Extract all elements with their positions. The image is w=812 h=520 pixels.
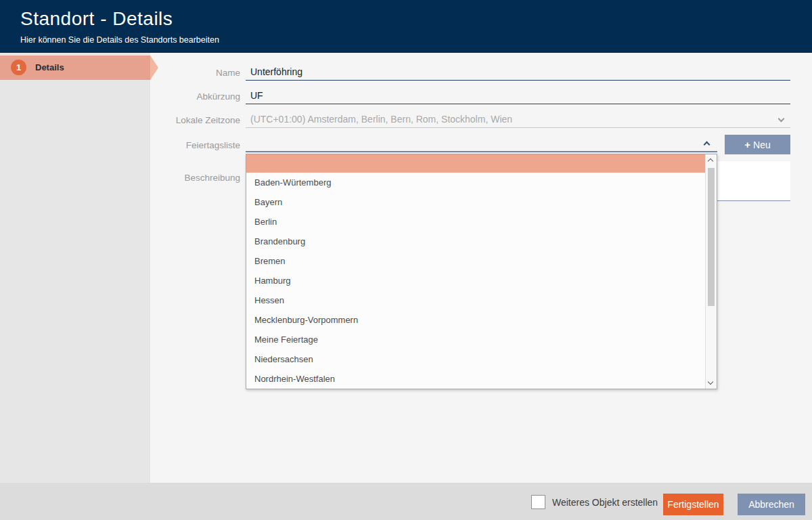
finish-button[interactable]: Fertigstellen: [663, 494, 723, 515]
dropdown-item[interactable]: Hamburg: [246, 271, 706, 290]
footer-bar: Weiteres Objekt erstellen Fertigstellen …: [0, 483, 812, 520]
dropdown-item[interactable]: Nordrhein-Westfalen: [246, 369, 706, 389]
dropdown-item-selected[interactable]: [246, 154, 706, 173]
plus-icon: +: [744, 139, 750, 150]
dropdown-item[interactable]: Bayern: [246, 192, 706, 212]
name-label: Name: [0, 68, 240, 78]
cancel-button[interactable]: Abbrechen: [738, 494, 805, 515]
timezone-label: Lokale Zeitzone: [0, 115, 240, 125]
abbreviation-input-value: UF: [246, 89, 790, 102]
scroll-up-icon[interactable]: [708, 158, 713, 164]
new-button-label: Neu: [753, 139, 771, 150]
dropdown-item[interactable]: Baden-Würtemberg: [246, 173, 706, 192]
dropdown-item[interactable]: Brandenburg: [246, 232, 706, 251]
holiday-list-combobox[interactable]: [246, 137, 717, 152]
dropdown-item[interactable]: Niedersachsen: [246, 349, 706, 369]
chevron-up-icon[interactable]: [704, 142, 710, 148]
create-another-checkbox[interactable]: [531, 495, 545, 509]
dropdown-item[interactable]: Bremen: [246, 251, 706, 271]
abbreviation-input[interactable]: UF: [246, 89, 790, 104]
dropdown-item[interactable]: Meine Feiertage: [246, 330, 706, 349]
dropdown-item[interactable]: Hessen: [246, 290, 706, 310]
scroll-down-icon[interactable]: [708, 379, 713, 385]
abbreviation-label: Abkürzung: [0, 91, 240, 102]
timezone-select-value: (UTC+01:00) Amsterdam, Berlin, Bern, Rom…: [246, 112, 790, 126]
name-input-value: Unterföhring: [246, 65, 790, 79]
dropdown-item[interactable]: Mecklenburg-Vorpommern: [246, 310, 706, 330]
dropdown-scrollbar[interactable]: [705, 154, 717, 389]
name-input[interactable]: Unterföhring: [246, 65, 790, 81]
page-header: Standort - Details Hier können Sie die D…: [0, 0, 812, 53]
timezone-select[interactable]: (UTC+01:00) Amsterdam, Berlin, Bern, Rom…: [246, 112, 790, 128]
new-holiday-list-button[interactable]: +Neu: [725, 135, 790, 154]
holiday-list-dropdown: Baden-WürtembergBayernBerlinBrandenburgB…: [246, 154, 717, 389]
page-title: Standort - Details: [20, 8, 173, 30]
create-another-label: Weiteres Objekt erstellen: [552, 497, 658, 508]
dropdown-item[interactable]: Berlin: [246, 212, 706, 232]
page-subtitle: Hier können Sie die Details des Standort…: [20, 35, 219, 45]
holiday-dropdown-list: Baden-WürtembergBayernBerlinBrandenburgB…: [246, 154, 706, 389]
description-label: Beschreibung: [0, 173, 240, 183]
holiday-list-label: Feiertagsliste: [0, 140, 240, 150]
scrollbar-thumb[interactable]: [708, 168, 715, 306]
